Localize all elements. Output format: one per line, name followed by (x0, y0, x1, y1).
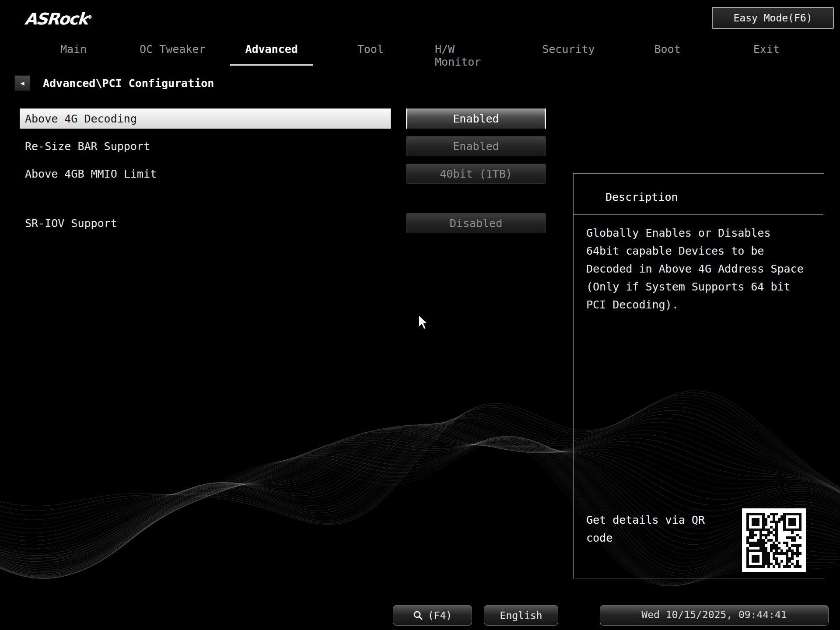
tab-oc-tweaker-label: OC Tweaker (125, 43, 220, 66)
tab-hw-monitor[interactable]: H/W Monitor (420, 43, 519, 66)
setting-value-sr-iov-support[interactable]: Disabled (406, 213, 546, 233)
setting-label-sr-iov-support[interactable]: SR-IOV Support (20, 213, 391, 233)
tab-main-label: Main (46, 43, 102, 66)
tab-boot[interactable]: Boot (618, 43, 717, 66)
tab-exit-label: Exit (738, 43, 794, 66)
tab-tool[interactable]: Tool (321, 43, 420, 66)
main-menu-tabs: Main OC Tweaker Advanced Tool H/W Monito… (24, 43, 816, 66)
asrock-logo: ASRock® (24, 10, 93, 28)
tab-oc-tweaker[interactable]: OC Tweaker (123, 43, 222, 66)
search-button[interactable]: (F4) (393, 605, 472, 626)
tab-advanced[interactable]: Advanced (222, 43, 321, 66)
tab-security-label: Security (527, 43, 609, 66)
setting-label-above-4g-decoding[interactable]: Above 4G Decoding (20, 108, 391, 129)
language-label: English (500, 610, 542, 621)
tab-security[interactable]: Security (519, 43, 618, 66)
tab-boot-label: Boot (640, 43, 696, 66)
tab-exit[interactable]: Exit (717, 43, 816, 66)
mouse-cursor-icon (418, 314, 429, 331)
search-icon (413, 610, 424, 621)
setting-value-above-4g-decoding[interactable]: Enabled (406, 108, 546, 129)
setting-value-resize-bar-support[interactable]: Enabled (406, 136, 546, 156)
tab-hw-monitor-label: H/W Monitor (420, 43, 519, 66)
language-button[interactable]: English (484, 605, 558, 626)
search-hotkey-label: (F4) (428, 610, 452, 621)
description-separator (574, 214, 823, 215)
description-text: Globally Enables or Disables 64bit capab… (586, 224, 807, 314)
tab-main[interactable]: Main (24, 43, 123, 66)
tab-advanced-label: Advanced (230, 43, 312, 66)
qr-code-modules (746, 513, 802, 568)
back-button[interactable]: ◀ (14, 75, 30, 91)
back-arrow-icon: ◀ (20, 79, 24, 87)
datetime-text: Wed 10/15/2025, 09:44:41 (639, 609, 789, 622)
description-title: Description (606, 191, 678, 203)
tab-tool-label: Tool (343, 43, 399, 66)
breadcrumb: Advanced\PCI Configuration (43, 77, 214, 90)
asrock-logo-text: ASRock (24, 10, 88, 28)
qr-caption: Get details via QR code (586, 511, 718, 547)
setting-label-resize-bar-support[interactable]: Re-Size BAR Support (20, 136, 391, 156)
qr-code (742, 508, 806, 572)
setting-label-above-4gb-mmio-limit[interactable]: Above 4GB MMIO Limit (20, 164, 391, 184)
registered-mark: ® (88, 14, 93, 20)
datetime-display: Wed 10/15/2025, 09:44:41 (600, 605, 829, 626)
easy-mode-button[interactable]: Easy Mode(F6) (712, 7, 834, 29)
setting-value-above-4gb-mmio-limit[interactable]: 40bit (1TB) (406, 164, 546, 184)
